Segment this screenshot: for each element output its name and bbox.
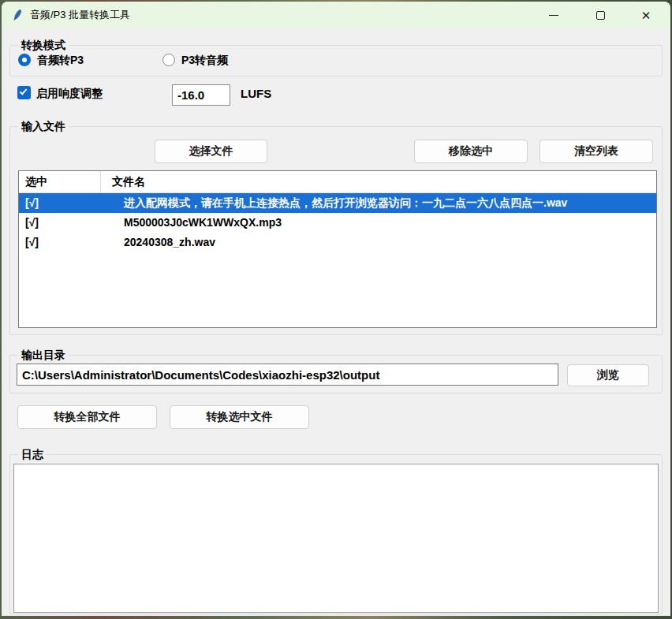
loudness-checkbox[interactable] [17, 86, 31, 99]
conversion-mode-group-label: 转换模式 [18, 39, 69, 51]
convert-selected-button[interactable]: 转换选中文件 [170, 405, 309, 429]
minimize-button[interactable] [543, 2, 565, 28]
input-files-group-label: 输入文件 [18, 120, 69, 132]
input-files-group: 输入文件 选择文件 移除选中 清空列表 选中 文件名 [√] 进入配网模式，请在… [9, 126, 663, 335]
check-icon [20, 87, 28, 95]
python-feather-icon [11, 9, 24, 21]
table-row[interactable]: [√] M500003J0cWK1WWxQX.mp3 [19, 213, 656, 233]
log-group-label: 日志 [18, 448, 47, 461]
table-row[interactable]: [√] 进入配网模式，请在手机上连接热点，然后打开浏览器访问：一九二点一六八点四… [19, 193, 656, 213]
output-directory-group: 输出目录 C:\Users\Administrator\Documents\Co… [9, 355, 663, 393]
close-button[interactable]: ✕ [635, 2, 657, 28]
app-window: 音频/P3 批量转换工具 ✕ 转换模式 音频转P3 P3转音频 启用响度调整 -… [2, 2, 670, 616]
radio-audio-to-p3-label[interactable]: 音频转P3 [37, 54, 84, 68]
browse-button[interactable]: 浏览 [567, 364, 649, 386]
column-header-filename[interactable]: 文件名 [101, 171, 656, 192]
maximize-icon [596, 11, 605, 20]
lufs-unit-label: LUFS [241, 87, 271, 100]
table-row[interactable]: [√] 20240308_zh.wav [19, 233, 656, 252]
conversion-mode-group: 转换模式 音频转P3 P3转音频 [9, 45, 663, 76]
title-bar[interactable]: 音频/P3 批量转换工具 ✕ [2, 2, 670, 28]
close-icon: ✕ [641, 9, 651, 21]
row-checked-cell[interactable]: [√] [25, 213, 39, 233]
lufs-input[interactable]: -16.0 [172, 84, 230, 106]
log-textarea[interactable] [13, 464, 659, 613]
desktop: { "window": { "title": "音频/P3 批量转换工具" },… [0, 0, 672, 619]
convert-all-button[interactable]: 转换全部文件 [17, 405, 157, 429]
row-filename-cell[interactable]: M500003J0cWK1WWxQX.mp3 [124, 213, 282, 233]
output-path-input[interactable]: C:\Users\Administrator\Documents\Codes\x… [17, 364, 558, 386]
clear-list-button[interactable]: 清空列表 [539, 140, 653, 163]
radio-p3-to-audio[interactable] [162, 54, 175, 66]
minimize-icon [549, 15, 558, 16]
table-header: 选中 文件名 [19, 171, 656, 193]
select-files-button[interactable]: 选择文件 [155, 140, 267, 163]
maximize-button[interactable] [589, 2, 611, 28]
row-checked-cell[interactable]: [√] [25, 193, 39, 213]
output-directory-group-label: 输出目录 [18, 349, 69, 361]
window-title: 音频/P3 批量转换工具 [30, 2, 130, 28]
row-filename-cell[interactable]: 20240308_zh.wav [124, 233, 215, 252]
loudness-checkbox-label[interactable]: 启用响度调整 [36, 87, 103, 101]
column-header-checked[interactable]: 选中 [19, 171, 101, 192]
radio-p3-to-audio-label[interactable]: P3转音频 [181, 54, 228, 68]
radio-audio-to-p3[interactable] [18, 54, 31, 66]
row-filename-cell[interactable]: 进入配网模式，请在手机上连接热点，然后打开浏览器访问：一九二点一六八点四点一.w… [124, 193, 567, 213]
row-checked-cell[interactable]: [√] [25, 233, 39, 252]
remove-selected-button[interactable]: 移除选中 [414, 140, 528, 163]
log-group: 日志 [9, 454, 663, 614]
file-list-table[interactable]: 选中 文件名 [√] 进入配网模式，请在手机上连接热点，然后打开浏览器访问：一九… [18, 170, 657, 328]
